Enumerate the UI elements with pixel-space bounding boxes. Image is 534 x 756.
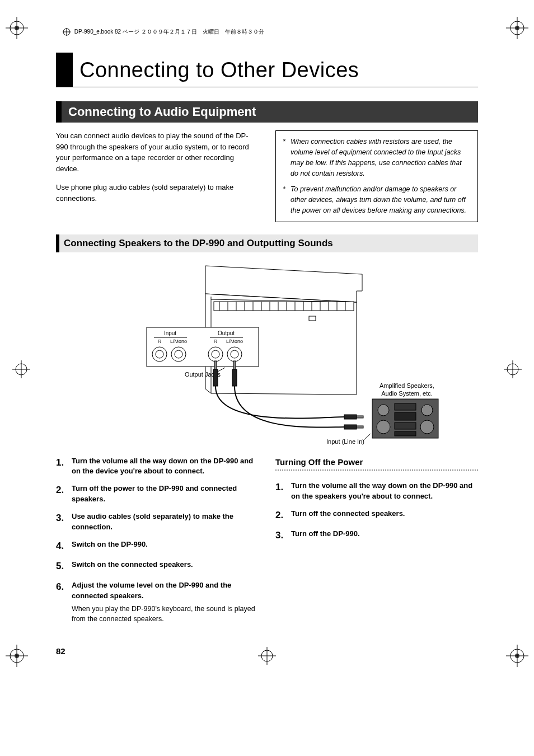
- page-number: 82: [56, 646, 478, 656]
- note-2: To prevent malfunction and/or damage to …: [291, 184, 471, 215]
- svg-point-81: [420, 420, 434, 434]
- step-text: Turn off the power to the DP-990 and con…: [72, 483, 259, 505]
- intro-p2: Use phone plug audio cables (sold separa…: [56, 182, 259, 204]
- diagram-speakers-label1: Amplified Speakers,: [380, 382, 434, 389]
- svg-line-72: [363, 434, 371, 440]
- dotted-rule: [275, 469, 478, 471]
- step-text: Turn off the connected speakers.: [291, 509, 478, 519]
- step-text: Switch on the DP-990.: [72, 539, 259, 550]
- chapter-title: Connecting to Other Devices: [79, 53, 359, 87]
- step-number: 6.: [56, 580, 72, 624]
- svg-rect-76: [395, 403, 416, 410]
- diagram-speakers-label2: Audio System, etc.: [381, 390, 433, 397]
- step-text: Use audio cables (sold separately) to ma…: [72, 511, 259, 533]
- step-text: Switch on the connected speakers.: [72, 560, 259, 570]
- asterisk: *: [283, 137, 291, 179]
- svg-point-74: [378, 405, 389, 416]
- book-header-line: DP-990_e.book 82 ページ ２００９年２月１７日 火曜日 午前８時…: [63, 28, 478, 36]
- step-number: 1.: [275, 481, 291, 502]
- subsection-title: Connecting Speakers to the DP-990 and Ou…: [56, 234, 478, 252]
- svg-rect-70: [344, 425, 357, 429]
- step-number: 4.: [56, 539, 72, 553]
- step-text: Turn the volume all the way down on the …: [72, 456, 259, 477]
- asterisk: *: [283, 184, 291, 215]
- svg-rect-66: [232, 369, 237, 386]
- svg-rect-64: [213, 369, 218, 386]
- note-1: When connection cables with resistors ar…: [291, 137, 471, 179]
- svg-rect-65: [214, 361, 217, 369]
- section-title: Connecting to Audio Equipment: [56, 101, 478, 123]
- svg-rect-47: [309, 316, 316, 321]
- svg-text:L/Mono: L/Mono: [226, 339, 243, 344]
- svg-rect-78: [395, 422, 416, 429]
- intro-p1: You can connect audio devices to play th…: [56, 130, 259, 174]
- header-text: DP-990_e.book 82 ページ ２００９年２月１７日 火曜日 午前８時…: [74, 29, 264, 35]
- svg-rect-77: [395, 412, 416, 420]
- svg-point-75: [377, 420, 390, 434]
- svg-text:R: R: [214, 339, 218, 344]
- turning-off-heading: Turning Off the Power: [275, 456, 478, 469]
- step-subtext: When you play the DP-990's keyboard, the…: [72, 604, 259, 624]
- diagram-input-label: Input: [164, 330, 176, 336]
- step-number: 5.: [56, 560, 72, 574]
- chapter-title-row: Connecting to Other Devices: [56, 53, 478, 87]
- svg-text:L/Mono: L/Mono: [170, 339, 187, 344]
- chapter-tab: [56, 53, 73, 87]
- step-text: Turn the volume all the way down on the …: [291, 481, 478, 502]
- svg-point-80: [421, 405, 433, 416]
- svg-text:R: R: [158, 339, 162, 344]
- steps-right: 1.Turn the volume all the way down on th…: [275, 481, 478, 543]
- connection-diagram: Input R L/Mono Output R L/Mono Output Ja…: [93, 260, 441, 447]
- diagram-line-in-label: Input (Line In): [326, 438, 364, 445]
- note-box: *When connection cables with resistors a…: [275, 130, 478, 222]
- step-number: 3.: [56, 511, 72, 533]
- svg-rect-71: [357, 426, 363, 428]
- step-text: Turn off the DP-990.: [291, 529, 478, 539]
- steps-left: 1.Turn the volume all the way down on th…: [56, 456, 259, 624]
- svg-rect-79: [395, 431, 416, 436]
- step-number: 1.: [56, 456, 72, 477]
- svg-rect-68: [344, 415, 357, 419]
- svg-rect-69: [357, 416, 363, 418]
- step-text: Adjust the volume level on the DP-990 an…: [72, 580, 259, 602]
- step-number: 2.: [56, 483, 72, 505]
- svg-rect-30: [214, 302, 354, 311]
- svg-rect-67: [233, 361, 236, 369]
- step-number: 3.: [275, 529, 291, 543]
- step-number: 2.: [275, 509, 291, 523]
- diagram-output-label: Output: [218, 330, 235, 336]
